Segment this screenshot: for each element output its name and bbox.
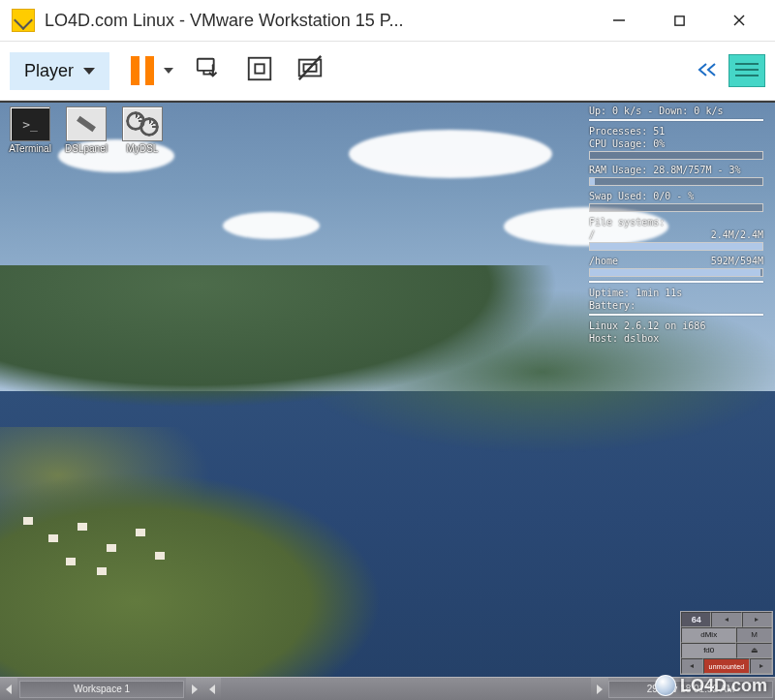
dock-fd0-label[interactable]: fd0 xyxy=(681,643,736,658)
vmware-toolbar: Player xyxy=(0,41,775,101)
window-title: LO4D.com Linux - VMware Workstation 15 P… xyxy=(45,11,589,31)
wallpaper-cloud xyxy=(223,212,320,239)
desktop-icon-aterminal[interactable]: >_ ATerminal xyxy=(6,107,54,154)
desktop-icon-mydsl[interactable]: MyDSL xyxy=(118,107,167,154)
dock-prev-icon[interactable]: ◂ xyxy=(711,612,741,627)
cpu-usage-bar xyxy=(589,151,763,160)
svg-rect-1 xyxy=(674,15,683,24)
desktop-icon-dslpanel[interactable]: DSLpanel xyxy=(62,107,110,154)
pause-icon xyxy=(131,56,154,85)
window-controls xyxy=(589,0,769,41)
sysmon-fs-title: File systems: xyxy=(589,216,763,228)
player-menu-label: Player xyxy=(24,61,74,81)
chevron-down-icon xyxy=(83,68,95,75)
close-button[interactable] xyxy=(709,0,769,41)
window-titlebar: LO4D.com Linux - VMware Workstation 15 P… xyxy=(0,0,775,41)
sysmon-battery: Battery: xyxy=(589,299,763,312)
workspace-next-button[interactable] xyxy=(186,678,203,700)
fs-home-label: /home xyxy=(589,255,618,267)
dock-mount-status[interactable]: unmounted xyxy=(703,658,750,674)
svg-rect-4 xyxy=(198,59,214,71)
sysmon-ram: RAM Usage: 28.8M/757M - 3% xyxy=(589,164,763,176)
swap-usage-bar xyxy=(589,203,763,212)
desktop-icon-label: MyDSL xyxy=(118,143,167,154)
message-log-button[interactable] xyxy=(728,54,765,87)
taskbar-clock[interactable]: 29 Nov 18 01:52 AM xyxy=(608,681,773,698)
svg-rect-6 xyxy=(255,64,264,73)
divider xyxy=(589,314,763,316)
sysmon-processes: Processes: 51 xyxy=(589,125,763,137)
wallpaper-cloud xyxy=(349,130,552,178)
dock-left-icon[interactable]: ◂ xyxy=(681,658,703,674)
tasks-scroll-left[interactable] xyxy=(203,678,221,700)
fs-root-label: / xyxy=(589,228,595,241)
desktop-icon-label: DSLpanel xyxy=(62,143,110,154)
fs-root-value: 2.4M/2.4M xyxy=(711,228,763,241)
tasks-scroll-right[interactable] xyxy=(591,678,608,700)
fs-home-value: 592M/594M xyxy=(711,255,763,267)
desktop-icon-label: ATerminal xyxy=(6,143,54,154)
divider xyxy=(589,119,763,121)
sysmon-swap: Swap Used: 0/0 - % xyxy=(589,190,763,202)
dock-volume-level[interactable]: 64 xyxy=(681,612,711,627)
collapse-toolbar-button[interactable] xyxy=(696,58,719,83)
sysmon-cpu: CPU Usage: 0% xyxy=(589,137,763,150)
dock-right-icon[interactable]: ▸ xyxy=(750,658,772,674)
workspace-label[interactable]: Workspace 1 xyxy=(19,681,184,698)
app-icon xyxy=(12,9,35,32)
dock-tray: 64 ◂ ▸ dMix M fd0 ⏏ ◂ unmounted ▸ xyxy=(680,611,773,675)
panel-icon xyxy=(66,107,107,141)
fluxbox-taskbar: Workspace 1 29 Nov 18 01:52 AM xyxy=(0,677,775,700)
divider xyxy=(589,281,763,283)
unity-mode-button[interactable] xyxy=(295,54,325,87)
svg-rect-5 xyxy=(249,58,271,80)
sysmon-host: Host: dslbox xyxy=(589,332,763,345)
dock-next-icon[interactable]: ▸ xyxy=(742,612,772,627)
send-ctrl-alt-del-button[interactable] xyxy=(195,54,224,87)
guest-desktop[interactable]: >_ ATerminal DSLpanel MyDSL Up: 0 k/s - … xyxy=(0,101,775,700)
sysmon-fs-home: /home 592M/594M xyxy=(589,255,763,267)
eject-icon[interactable]: ⏏ xyxy=(736,643,772,658)
wallpaper-village xyxy=(10,488,262,594)
dock-dmix-button[interactable]: dMix xyxy=(681,627,736,643)
sysmon-kernel: Linux 2.6.12 on i686 xyxy=(589,320,763,332)
fs-root-bar xyxy=(589,242,763,251)
pause-vm-button[interactable] xyxy=(131,56,173,85)
fullscreen-button[interactable] xyxy=(245,54,274,87)
minimize-button[interactable] xyxy=(589,0,649,41)
desktop-icons: >_ ATerminal DSLpanel MyDSL xyxy=(6,107,167,154)
sysmon-uptime: Uptime: 1min 11s xyxy=(589,287,763,299)
chevron-down-icon xyxy=(164,68,173,74)
fs-home-bar xyxy=(589,268,763,277)
sysmon-fs-root: / 2.4M/2.4M xyxy=(589,228,763,241)
ram-usage-bar xyxy=(589,177,763,186)
player-menu-button[interactable]: Player xyxy=(10,52,109,90)
system-monitor: Up: 0 k/s - Down: 0 k/s Processes: 51 CP… xyxy=(589,105,763,345)
restore-button[interactable] xyxy=(649,0,709,41)
dock-mute-button[interactable]: M xyxy=(736,627,772,643)
gear-icon xyxy=(122,107,163,141)
terminal-icon: >_ xyxy=(10,107,50,141)
sysmon-net: Up: 0 k/s - Down: 0 k/s xyxy=(589,105,763,117)
workspace-prev-button[interactable] xyxy=(0,678,17,700)
